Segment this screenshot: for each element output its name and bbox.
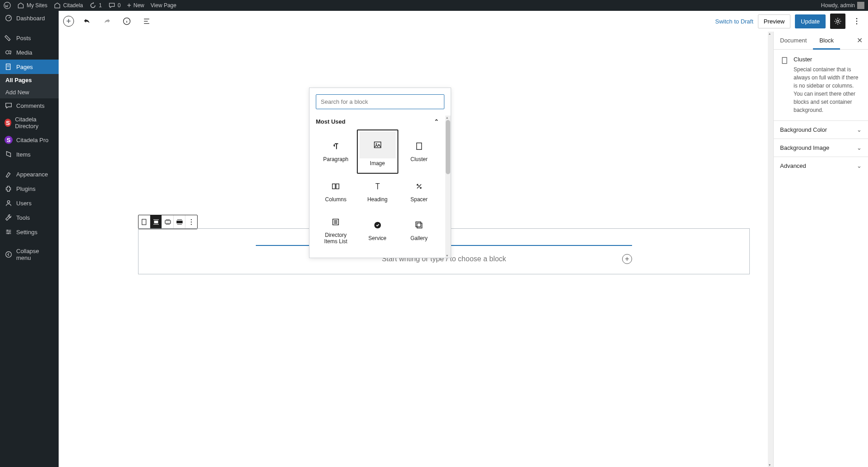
svg-point-12: [856, 21, 858, 22]
editor-top-bar: + Switch to Draft Preview Update: [59, 11, 868, 32]
columns-icon: [330, 181, 341, 192]
howdy[interactable]: Howdy, admin: [821, 2, 864, 9]
block-directory-items-list[interactable]: Directory Items List: [316, 210, 356, 251]
block-image[interactable]: Image: [357, 129, 398, 174]
image-icon: [360, 131, 396, 158]
align-full-button[interactable]: [174, 215, 185, 229]
block-cluster[interactable]: Cluster: [399, 129, 439, 174]
align-wide-button[interactable]: [162, 215, 174, 229]
svg-rect-15: [154, 221, 158, 223]
block-heading[interactable]: Heading: [357, 175, 398, 209]
svg-point-19: [191, 222, 192, 222]
svg-rect-17: [176, 221, 183, 223]
menu-dashboard[interactable]: Dashboard: [0, 11, 59, 25]
svg-point-4: [7, 201, 9, 203]
block-gallery[interactable]: Gallery: [399, 210, 439, 251]
my-sites[interactable]: My Sites: [17, 2, 47, 9]
align-none-button[interactable]: [150, 215, 162, 229]
svg-rect-30: [782, 57, 787, 63]
svg-point-20: [191, 224, 192, 225]
menu-comments[interactable]: Comments: [0, 98, 59, 113]
menu-collapse[interactable]: Collapse menu: [0, 245, 59, 264]
block-title: Cluster: [794, 56, 862, 63]
menu-appearance[interactable]: Appearance: [0, 167, 59, 181]
undo-button[interactable]: [80, 14, 94, 28]
block-toolbar: [138, 215, 198, 229]
panel-background-color[interactable]: Background Color⌄: [774, 120, 868, 139]
menu-users[interactable]: Users: [0, 196, 59, 210]
search-input[interactable]: [316, 94, 444, 109]
menu-pages[interactable]: Pages: [0, 60, 59, 74]
menu-citadela-directory[interactable]: SCitadela Directory: [0, 113, 59, 133]
block-more-button[interactable]: [185, 215, 197, 229]
chevron-down-icon: ⌄: [857, 144, 862, 151]
site-name[interactable]: Citadela: [54, 2, 83, 9]
svg-point-2: [6, 51, 9, 54]
redo-button[interactable]: [100, 14, 114, 28]
block-columns[interactable]: Columns: [316, 175, 356, 209]
svg-point-5: [7, 230, 8, 231]
svg-point-6: [9, 231, 10, 233]
menu-plugins[interactable]: Plugins: [0, 181, 59, 196]
update-button[interactable]: Update: [795, 14, 826, 28]
section-most-used[interactable]: Most Used ⌃: [316, 116, 439, 129]
citadela-pro-icon: S: [5, 136, 13, 144]
svg-rect-16: [165, 221, 171, 223]
gallery-icon: [414, 220, 425, 231]
block-service[interactable]: Service: [357, 210, 398, 251]
menu-media[interactable]: Media: [0, 45, 59, 60]
switch-to-draft-link[interactable]: Switch to Draft: [715, 18, 753, 25]
editor-canvas[interactable]: + Start writing or type / to choose a bl…: [59, 32, 768, 467]
comments[interactable]: 0: [108, 2, 121, 9]
canvas-scrollbar[interactable]: [768, 32, 773, 467]
submenu-all-pages[interactable]: All Pages: [0, 74, 59, 86]
svg-rect-28: [417, 223, 422, 228]
more-menu-button[interactable]: [850, 14, 863, 28]
inserter-scrollbar[interactable]: [445, 116, 451, 258]
svg-point-11: [856, 18, 858, 19]
svg-rect-24: [332, 184, 335, 189]
chevron-up-icon: ⌃: [434, 118, 439, 125]
settings-panel: Document Block ✕ Cluster Special contain…: [773, 32, 868, 467]
menu-tools[interactable]: Tools: [0, 210, 59, 225]
block-spacer[interactable]: Spacer: [399, 175, 439, 209]
avatar-icon: [857, 2, 864, 9]
updates[interactable]: 1: [89, 2, 102, 9]
list-icon: [330, 217, 341, 227]
panel-advanced[interactable]: Advanced⌄: [774, 157, 868, 175]
block-inserter-popover: Most Used ⌃ Paragraph Image: [309, 88, 451, 258]
menu-citadela-pro[interactable]: SCitadela Pro: [0, 133, 59, 147]
info-button[interactable]: [120, 14, 134, 28]
settings-gear-button[interactable]: [830, 14, 845, 29]
svg-point-7: [8, 233, 9, 234]
svg-rect-23: [416, 143, 421, 150]
svg-point-18: [191, 219, 192, 220]
admin-bar: My Sites Citadela 1 0 +New View Page How…: [0, 0, 868, 11]
svg-rect-29: [416, 222, 420, 227]
svg-point-22: [375, 143, 377, 145]
cluster-block-icon: [780, 56, 789, 65]
wp-logo[interactable]: [4, 2, 11, 9]
block-paragraph[interactable]: Paragraph: [316, 129, 356, 174]
svg-rect-25: [336, 184, 339, 189]
close-settings-button[interactable]: ✕: [851, 32, 868, 49]
tab-document[interactable]: Document: [774, 32, 813, 49]
admin-sidebar: Dashboard Posts Media Pages All Pages Ad…: [0, 11, 59, 467]
outline-button[interactable]: [140, 14, 153, 28]
block-description: Special container that is always on full…: [794, 65, 862, 114]
spacer-icon: [414, 181, 425, 192]
chevron-down-icon: ⌄: [857, 126, 862, 133]
service-icon: [372, 220, 383, 231]
add-block-button[interactable]: +: [63, 16, 74, 27]
new[interactable]: +New: [127, 1, 144, 9]
menu-items[interactable]: Items: [0, 147, 59, 162]
block-type-icon[interactable]: [139, 215, 150, 229]
panel-background-image[interactable]: Background Image⌄: [774, 139, 868, 157]
tab-block[interactable]: Block: [813, 32, 840, 49]
menu-posts[interactable]: Posts: [0, 31, 59, 45]
menu-settings[interactable]: Settings: [0, 225, 59, 239]
preview-button[interactable]: Preview: [758, 14, 790, 28]
view-page[interactable]: View Page: [151, 2, 176, 9]
submenu-add-new[interactable]: Add New: [0, 86, 59, 98]
inline-add-button[interactable]: +: [622, 254, 632, 264]
